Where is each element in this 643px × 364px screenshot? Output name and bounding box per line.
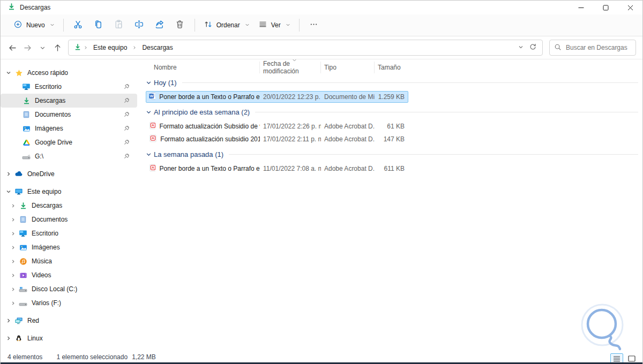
toolbar-divider — [63, 19, 64, 32]
status-bar: 4 elementos 1 elemento seleccionado 1,22… — [1, 351, 642, 362]
chevron-down-icon[interactable] — [5, 70, 12, 75]
window-title: Descargas — [20, 4, 50, 11]
chevron-right-icon[interactable] — [5, 336, 12, 341]
delete-button[interactable] — [170, 17, 190, 34]
file-list-pane: Nombre Fecha de modificación Tipo Tamaño… — [143, 60, 642, 352]
chevron-down-icon — [286, 21, 290, 29]
share-button[interactable] — [149, 17, 170, 34]
disk-c-icon — [18, 285, 28, 293]
breadcrumb-this-pc[interactable]: Este equipo — [90, 42, 130, 53]
chevron-right-icon[interactable] — [9, 259, 17, 264]
scissors-icon — [73, 19, 83, 31]
selection-size: 1,22 MB — [132, 353, 156, 361]
word-icon: W — [149, 92, 155, 102]
group-divider — [255, 112, 638, 112]
sidebar-item-g-drive[interactable]: G:\ — [1, 149, 137, 163]
rename-button[interactable] — [129, 17, 149, 34]
sidebar-item-pc-musica[interactable]: Música — [1, 254, 137, 268]
chevron-right-icon[interactable] — [9, 231, 17, 236]
command-toolbar: Nuevo — [1, 14, 642, 36]
file-row[interactable]: A Poner borde a un Texto o Parrafo en Wo… — [146, 163, 408, 175]
sidebar-item-documentos[interactable]: Documentos — [1, 108, 137, 122]
chevron-down-icon[interactable] — [146, 109, 152, 115]
column-header-fecha[interactable]: Fecha de modificación — [259, 62, 320, 73]
address-dropdown-button[interactable] — [518, 44, 524, 51]
file-row[interactable]: A Formato actualización subsidio 2019 17… — [146, 133, 408, 145]
sidebar-item-descargas[interactable]: Descargas — [1, 94, 137, 108]
copy-button[interactable] — [88, 17, 109, 34]
group-header-semana-pasada[interactable]: La semana pasada (1) — [146, 149, 638, 160]
sidebar-item-linux[interactable]: Linux — [1, 331, 137, 345]
view-button-label: Ver — [271, 21, 281, 29]
chevron-right-icon[interactable] — [5, 318, 12, 323]
sidebar-item-este-equipo[interactable]: Este equipo — [1, 185, 137, 199]
sidebar-item-pc-disco-local-c[interactable]: Disco Local (C:) — [1, 282, 137, 296]
svg-text:A: A — [152, 123, 154, 127]
sidebar-item-pc-descargas[interactable]: Descargas — [1, 199, 137, 213]
sidebar-item-google-drive[interactable]: Google Drive — [1, 135, 137, 149]
sidebar-item-pc-videos[interactable]: Videos — [1, 268, 137, 282]
chevron-right-icon[interactable] — [9, 245, 17, 250]
forward-button[interactable] — [20, 40, 35, 55]
more-options-button[interactable] — [304, 17, 324, 34]
google-drive-icon — [21, 139, 31, 147]
paste-button[interactable] — [109, 17, 129, 34]
svg-text:A: A — [152, 136, 154, 140]
sidebar-item-pc-documentos[interactable]: Documentos — [1, 213, 137, 226]
sidebar-item-pc-varios-f[interactable]: Varios (F:) — [1, 296, 137, 310]
column-header-tamano[interactable]: Tamaño — [374, 62, 408, 73]
chevron-down-icon[interactable] — [146, 80, 152, 86]
cut-button[interactable] — [68, 17, 88, 34]
back-button[interactable] — [5, 40, 20, 55]
pin-icon — [124, 153, 130, 161]
sidebar-item-pc-escritorio[interactable]: Escritorio — [1, 226, 137, 240]
column-header-tipo[interactable]: Tipo — [320, 62, 374, 73]
minimize-button[interactable] — [569, 1, 593, 14]
breadcrumb-downloads[interactable]: Descargas — [139, 42, 176, 53]
copy-icon — [93, 19, 103, 31]
sidebar-item-escritorio[interactable]: Escritorio — [1, 80, 137, 94]
new-button[interactable]: Nuevo — [9, 17, 59, 34]
chevron-right-icon[interactable] — [9, 273, 17, 278]
chevron-right-icon[interactable] — [5, 171, 12, 177]
music-icon — [18, 257, 28, 266]
refresh-button[interactable] — [529, 43, 537, 52]
sidebar-item-red[interactable]: Red — [1, 314, 137, 328]
search-box[interactable] — [549, 40, 636, 56]
linux-penguin-icon — [14, 335, 24, 342]
chevron-down-icon[interactable] — [146, 151, 152, 157]
chevron-down-icon[interactable] — [5, 189, 12, 194]
chevron-right-icon[interactable] — [9, 217, 17, 222]
toolbar-divider — [195, 19, 195, 32]
group-header-principio-semana[interactable]: Al principio de esta semana (2) — [146, 107, 638, 117]
new-button-label: Nuevo — [26, 21, 45, 29]
sidebar-item-imagenes[interactable]: Imágenes — [1, 122, 137, 135]
sort-descending-icon — [292, 57, 297, 64]
downloads-folder-icon — [74, 43, 81, 52]
sort-button[interactable]: Ordenar — [199, 17, 254, 34]
group-header-hoy[interactable]: Hoy (1) — [146, 77, 638, 88]
sidebar-item-quick-access[interactable]: Acceso rápido — [1, 66, 137, 80]
pictures-icon — [21, 125, 31, 133]
navigation-pane: Acceso rápido Escritorio Descargas Docum… — [1, 60, 143, 352]
pictures-icon — [18, 244, 28, 252]
sidebar-item-onedrive[interactable]: OneDrive — [1, 167, 137, 181]
view-button[interactable]: Ver — [254, 17, 295, 34]
navigation-bar: Este equipo Descargas — [1, 36, 642, 59]
up-button[interactable] — [50, 40, 65, 55]
file-row[interactable]: A Formato actualización Subsidio de vivi… — [146, 120, 408, 132]
maximize-button[interactable] — [593, 1, 618, 14]
chevron-right-icon[interactable] — [9, 287, 17, 292]
recent-locations-button[interactable] — [35, 40, 50, 55]
chevron-right-icon[interactable] — [9, 301, 17, 306]
chevron-right-icon[interactable] — [9, 203, 17, 208]
close-button[interactable] — [618, 1, 642, 14]
file-explorer-window: Descargas Nuevo — [0, 0, 643, 364]
toolbar-divider — [299, 19, 300, 32]
search-input[interactable] — [566, 44, 631, 51]
column-header-nombre[interactable]: Nombre — [146, 62, 259, 73]
sidebar-item-pc-imagenes[interactable]: Imágenes — [1, 240, 137, 254]
videos-icon — [18, 271, 28, 279]
address-bar[interactable]: Este equipo Descargas — [68, 40, 543, 56]
file-row-selected[interactable]: W Poner borde a un Texto o Parrafo en Wo… — [146, 91, 408, 103]
